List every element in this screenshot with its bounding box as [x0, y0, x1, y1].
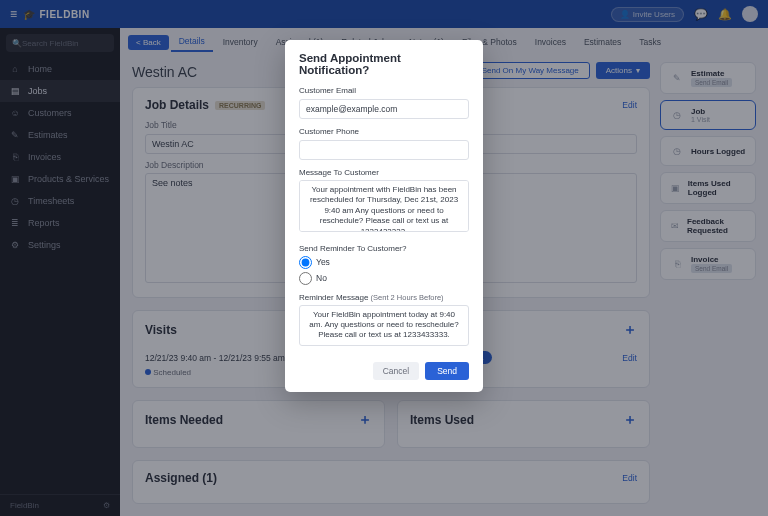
reminder-yes-radio[interactable]: Yes	[299, 256, 469, 269]
reminder-no-radio[interactable]: No	[299, 272, 469, 285]
message-label: Message To Customer	[299, 168, 469, 177]
send-button[interactable]: Send	[425, 362, 469, 380]
customer-phone-label: Customer Phone	[299, 127, 469, 136]
message-textarea[interactable]: Your appointment with FieldBin has been …	[299, 180, 469, 232]
customer-email-input[interactable]	[299, 99, 469, 119]
reminder-message-label: Reminder Message (Sent 2 Hours Before)	[299, 293, 469, 302]
send-notification-modal: Send Appointment Notification? Customer …	[285, 40, 483, 392]
modal-title: Send Appointment Notification?	[299, 52, 469, 76]
customer-email-label: Customer Email	[299, 86, 469, 95]
reminder-message-textarea[interactable]: Your FieldBin appointment today at 9:40 …	[299, 305, 469, 346]
customer-phone-input[interactable]	[299, 140, 469, 160]
modal-overlay[interactable]: Send Appointment Notification? Customer …	[0, 0, 768, 516]
cancel-button[interactable]: Cancel	[373, 362, 419, 380]
send-reminder-label: Send Reminder To Customer?	[299, 244, 469, 253]
